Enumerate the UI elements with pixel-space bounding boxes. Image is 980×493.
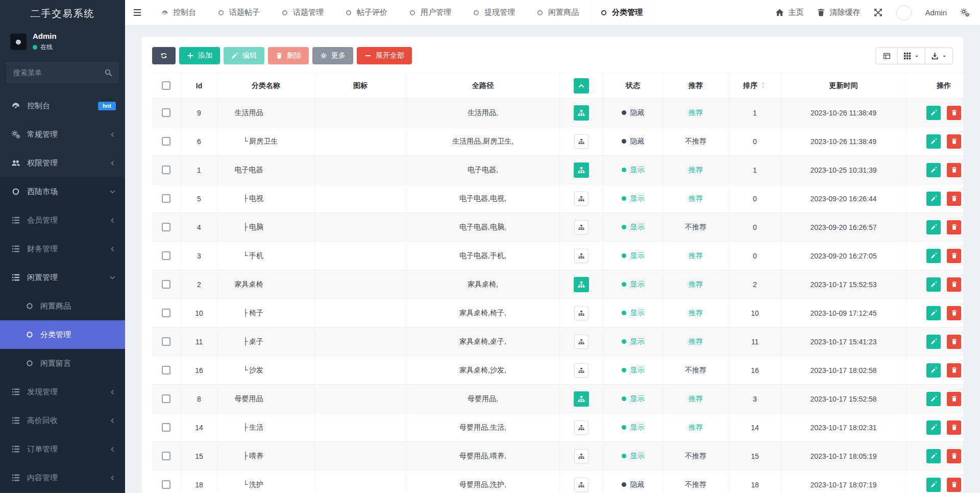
row-checkbox[interactable] — [162, 309, 170, 317]
row-edit-button[interactable] — [926, 420, 941, 435]
row-delete-button[interactable] — [947, 192, 961, 206]
row-checkbox[interactable] — [162, 280, 170, 289]
expand-all-button[interactable]: 展开全部 — [357, 47, 412, 64]
row-edit-button[interactable] — [926, 134, 941, 149]
select-all-checkbox[interactable] — [162, 81, 170, 90]
row-edit-button[interactable] — [926, 163, 941, 177]
topnav-tab[interactable]: 帖子评价 — [334, 0, 398, 25]
collapse-all-button[interactable] — [574, 78, 589, 93]
sidebar-item-闲置管理[interactable]: 闲置管理 — [0, 263, 125, 292]
row-delete-button[interactable] — [947, 134, 961, 149]
sidebar-item-西陆市场[interactable]: 西陆市场 — [0, 177, 125, 206]
home-link[interactable]: 主页 — [775, 8, 803, 17]
tree-toggle-button[interactable] — [574, 306, 589, 320]
row-checkbox[interactable] — [162, 137, 170, 146]
header-icon[interactable]: 图标 — [314, 73, 406, 99]
tree-toggle-button[interactable] — [574, 277, 589, 292]
tree-toggle-button[interactable] — [574, 162, 589, 178]
row-edit-button[interactable] — [926, 192, 941, 206]
row-delete-button[interactable] — [947, 249, 961, 263]
topnav-tab[interactable]: 分类管理 — [590, 0, 653, 25]
header-updated[interactable]: 更新时间 — [781, 73, 906, 99]
row-delete-button[interactable] — [947, 478, 961, 492]
row-delete-button[interactable] — [947, 335, 961, 349]
topnav-tab[interactable]: 话题管理 — [271, 0, 334, 25]
row-edit-button[interactable] — [926, 363, 941, 378]
sidebar-item-常规管理[interactable]: 常规管理 — [0, 120, 125, 149]
tree-toggle-button[interactable] — [574, 249, 589, 263]
row-delete-button[interactable] — [947, 420, 961, 435]
row-edit-button[interactable] — [926, 106, 941, 120]
search-input[interactable] — [6, 62, 119, 83]
row-edit-button[interactable] — [926, 335, 941, 349]
topnav-tab[interactable]: 闲置商品 — [526, 0, 590, 25]
add-button[interactable]: 添加 — [179, 47, 220, 64]
tree-toggle-button[interactable] — [574, 449, 589, 463]
row-delete-button[interactable] — [947, 363, 961, 378]
row-edit-button[interactable] — [926, 249, 941, 263]
topnav-tab[interactable]: 话题帖子 — [207, 0, 271, 25]
row-edit-button[interactable] — [926, 478, 941, 492]
row-checkbox[interactable] — [162, 251, 170, 260]
row-checkbox[interactable] — [162, 166, 170, 174]
row-edit-button[interactable] — [926, 277, 941, 292]
sidebar-item-高价回收[interactable]: 高价回收 — [0, 406, 125, 435]
grid-view-button[interactable] — [897, 48, 925, 64]
row-delete-button[interactable] — [947, 220, 961, 234]
row-edit-button[interactable] — [926, 220, 941, 234]
row-edit-button[interactable] — [926, 449, 941, 463]
row-checkbox[interactable] — [162, 223, 170, 231]
tree-toggle-button[interactable] — [574, 335, 589, 349]
row-edit-button[interactable] — [926, 306, 941, 320]
refresh-button[interactable] — [152, 47, 176, 64]
row-checkbox[interactable] — [162, 194, 170, 203]
sidebar-item-会员管理[interactable]: 会员管理 — [0, 206, 125, 234]
header-sort[interactable]: 排序 — [729, 73, 781, 99]
topbar-username[interactable]: Admin — [925, 8, 947, 17]
row-delete-button[interactable] — [947, 277, 961, 292]
edit-button[interactable]: 编辑 — [224, 47, 264, 64]
row-checkbox[interactable] — [162, 108, 170, 117]
tree-toggle-button[interactable] — [574, 420, 589, 435]
row-checkbox[interactable] — [162, 480, 170, 489]
sidebar-item-分类管理[interactable]: 分类管理 — [0, 320, 125, 349]
row-edit-button[interactable] — [926, 392, 941, 406]
header-status[interactable]: 状态 — [603, 73, 663, 99]
topbar-avatar[interactable] — [896, 5, 912, 20]
sidebar-item-闲置商品[interactable]: 闲置商品 — [0, 292, 125, 320]
fullscreen-icon[interactable] — [873, 8, 883, 17]
detail-view-button[interactable] — [875, 48, 898, 64]
topnav-tab[interactable]: 提现管理 — [462, 0, 526, 25]
tree-toggle-button[interactable] — [574, 478, 589, 492]
row-delete-button[interactable] — [947, 163, 961, 177]
row-checkbox[interactable] — [162, 452, 170, 460]
row-checkbox[interactable] — [162, 423, 170, 432]
row-delete-button[interactable] — [947, 106, 961, 120]
sidebar-item-发现管理[interactable]: 发现管理 — [0, 378, 125, 406]
sidebar-item-权限管理[interactable]: 权限管理 — [0, 149, 125, 177]
row-checkbox[interactable] — [162, 366, 170, 374]
row-delete-button[interactable] — [947, 306, 961, 320]
sidebar-item-内容管理[interactable]: 内容管理 — [0, 463, 125, 492]
tree-toggle-button[interactable] — [574, 220, 589, 234]
sidebar-item-闲置留言[interactable]: 闲置留言 — [0, 349, 125, 378]
tree-toggle-button[interactable] — [574, 105, 589, 121]
more-button[interactable]: 更多 — [312, 47, 353, 64]
header-recommend[interactable]: 推荐 — [663, 73, 729, 99]
menu-toggle-icon[interactable] — [133, 9, 142, 16]
settings-gears-icon[interactable] — [960, 8, 970, 17]
row-delete-button[interactable] — [947, 449, 961, 463]
topnav-tab[interactable]: 用户管理 — [398, 0, 462, 25]
sidebar-item-控制台[interactable]: 控制台 hot — [0, 91, 125, 120]
tree-toggle-button[interactable] — [574, 363, 589, 378]
row-checkbox[interactable] — [162, 394, 170, 403]
export-view-button[interactable] — [925, 48, 953, 64]
delete-button[interactable]: 删除 — [268, 47, 309, 64]
row-delete-button[interactable] — [947, 392, 961, 406]
tree-toggle-button[interactable] — [574, 391, 589, 407]
tree-toggle-button[interactable] — [574, 134, 589, 149]
sidebar-item-订单管理[interactable]: 订单管理 — [0, 435, 125, 463]
tree-toggle-button[interactable] — [574, 192, 589, 206]
header-path[interactable]: 全路径 — [406, 73, 559, 99]
topnav-tab[interactable]: 控制台 — [151, 0, 207, 25]
